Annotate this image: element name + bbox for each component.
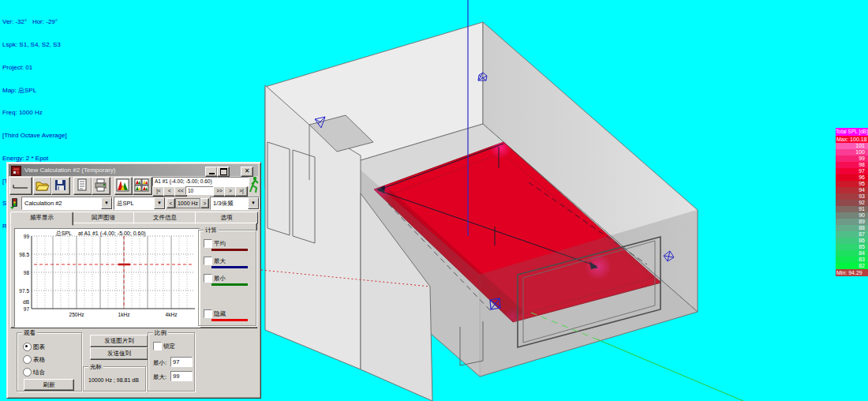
legend-row: 82 bbox=[836, 263, 868, 269]
view-group-label: 观看 bbox=[22, 329, 37, 337]
chart-title-probe: at A1 #1 (-4.00; -5.00; 0.60) bbox=[78, 230, 146, 237]
probe-last-button[interactable]: >| bbox=[235, 186, 248, 197]
legend-row: 85 bbox=[836, 244, 868, 250]
legend-row: 98 bbox=[836, 162, 868, 168]
calculation-select[interactable]: Calculation #2▼ bbox=[21, 197, 113, 210]
report-button[interactable] bbox=[73, 177, 92, 195]
send-values-button[interactable]: 发送值到 bbox=[90, 347, 148, 360]
maximum-checkbox[interactable] bbox=[204, 257, 212, 265]
info-line: [Third Octave Average] bbox=[2, 132, 67, 140]
save-button[interactable] bbox=[51, 177, 70, 195]
legend-row: 99 bbox=[836, 156, 868, 162]
mapping-button[interactable] bbox=[114, 177, 133, 195]
tab-frequency-display[interactable]: 频率显示 bbox=[10, 212, 73, 226]
info-line: Ver: -32° Hor: -29° bbox=[2, 18, 67, 26]
radio-combined-label: 结合 bbox=[33, 369, 45, 377]
legend-row: 95 bbox=[836, 181, 868, 187]
info-line: Map: 总SPL bbox=[2, 87, 67, 95]
legend-row: 88 bbox=[836, 225, 868, 231]
legend-row: 91 bbox=[836, 206, 868, 212]
probe-panel: A1 #1 (-4.00; -5.00; 0.60) |< < << 10 >>… bbox=[152, 177, 248, 195]
maximum-label: 最大 bbox=[214, 257, 226, 265]
average-checkbox[interactable] bbox=[204, 239, 212, 248]
svg-text:99: 99 bbox=[24, 234, 30, 239]
cursor-group: 光标 10000 Hz ; 98.81 dB bbox=[83, 366, 146, 392]
legend-row: 86 bbox=[836, 238, 868, 244]
minimum-color-bar bbox=[211, 283, 248, 286]
print-button[interactable] bbox=[92, 177, 110, 195]
legend-min: Min: 94.29 bbox=[836, 269, 868, 276]
legend-title: Total SPL [dB] bbox=[836, 128, 868, 136]
map-type-select[interactable]: 总SPL▼ bbox=[114, 197, 166, 210]
view-calculation-window[interactable]: View Calculation #2 (Temporary) ✕ A1 #1 … bbox=[6, 162, 261, 399]
probe-index-field[interactable]: 10 bbox=[185, 186, 214, 195]
send-picture-button[interactable]: 发送图片到 bbox=[90, 335, 148, 347]
legend-row: 90 bbox=[836, 212, 868, 219]
bandwidth-select[interactable]: 1/3倍频▼ bbox=[210, 197, 260, 210]
hide-color-bar bbox=[211, 319, 248, 321]
minimum-label: 最小 bbox=[214, 275, 226, 283]
title-bar[interactable]: View Calculation #2 (Temporary) ✕ bbox=[9, 164, 258, 176]
minimize-button[interactable] bbox=[205, 167, 218, 177]
calc-group: 计算 平均 最大 最小 隐藏 bbox=[198, 230, 256, 326]
legend-row: 94 bbox=[836, 187, 868, 193]
chevron-down-icon[interactable]: ▼ bbox=[154, 197, 165, 209]
lock-label: 锁定 bbox=[163, 343, 175, 350]
open-button[interactable] bbox=[33, 177, 52, 195]
svg-text:98: 98 bbox=[24, 270, 30, 275]
scale-max-field[interactable]: 99 bbox=[170, 371, 193, 381]
legend-row: 92 bbox=[836, 200, 868, 206]
legend-row: 93 bbox=[836, 193, 868, 200]
view-group: 观看 图表 表格 结合 刷新 bbox=[17, 332, 82, 392]
radio-table[interactable] bbox=[23, 355, 32, 364]
window-title: View Calculation #2 (Temporary) bbox=[24, 167, 115, 174]
hide-checkbox[interactable] bbox=[204, 309, 212, 318]
traffic-light-icon[interactable] bbox=[9, 197, 20, 211]
cursor-value: 10000 Hz ; 98.81 dB bbox=[88, 377, 139, 383]
spl-color-legend: Total SPL [dB] Max: 100.18 1011009998979… bbox=[836, 128, 868, 276]
freq-next-button[interactable]: > bbox=[200, 198, 209, 208]
info-line: Project: 01 bbox=[2, 64, 67, 72]
svg-text:4kHz: 4kHz bbox=[166, 312, 178, 317]
legend-scale: 1011009998979695949392919089888786858483… bbox=[836, 143, 868, 269]
scale-group-label: 比例 bbox=[153, 329, 168, 337]
legend-max: Max: 100.18 bbox=[836, 136, 868, 143]
average-color-bar bbox=[211, 249, 248, 251]
lock-checkbox[interactable] bbox=[153, 342, 162, 350]
average-label: 平均 bbox=[214, 240, 226, 248]
radio-table-label: 表格 bbox=[33, 356, 45, 364]
probe-position-field[interactable]: A1 #1 (-4.00; -5.00; 0.60) bbox=[152, 177, 249, 186]
scale-min-field[interactable]: 97 bbox=[170, 357, 193, 367]
frequency-field: 1000 Hz bbox=[175, 198, 200, 208]
svg-text:98.5: 98.5 bbox=[19, 252, 29, 257]
legend-row: 84 bbox=[836, 250, 868, 257]
legend-row: 87 bbox=[836, 231, 868, 238]
cursor-group-label: 光标 bbox=[88, 363, 103, 371]
legend-row: 97 bbox=[836, 168, 868, 174]
spl-chart[interactable]: 总SPL at A1 #1 (-4.00; -5.00; 0.60) bbox=[14, 228, 200, 328]
ease-mapping-screen: { "info_panel": { "lines": [ "Ver: -32° … bbox=[0, 0, 868, 401]
scale-min-label: 最小: bbox=[153, 359, 166, 367]
minimum-checkbox[interactable] bbox=[204, 274, 212, 283]
svg-text:250Hz: 250Hz bbox=[69, 312, 84, 317]
walker-icon[interactable] bbox=[249, 175, 260, 196]
info-line: Freq: 1000 Hz bbox=[2, 109, 67, 117]
radio-chart-label: 图表 bbox=[33, 343, 45, 351]
refresh-button[interactable]: 刷新 bbox=[24, 379, 74, 391]
radio-combined[interactable] bbox=[23, 368, 32, 377]
tool-button-line[interactable] bbox=[9, 177, 32, 195]
maximize-button[interactable] bbox=[217, 167, 230, 177]
chevron-down-icon[interactable]: ▼ bbox=[248, 197, 259, 209]
legend-row: 101 bbox=[836, 143, 868, 149]
radio-chart[interactable] bbox=[23, 343, 32, 351]
hide-label: 隐藏 bbox=[214, 310, 226, 318]
legend-row: 96 bbox=[836, 174, 868, 181]
app-icon bbox=[11, 166, 21, 176]
multi-mapping-button[interactable] bbox=[133, 177, 152, 195]
freq-prev-button[interactable]: < bbox=[166, 198, 175, 208]
svg-text:1kHz: 1kHz bbox=[118, 312, 130, 317]
chevron-down-icon[interactable]: ▼ bbox=[101, 197, 112, 209]
legend-row: 100 bbox=[836, 149, 868, 156]
maximum-color-bar bbox=[211, 266, 248, 268]
legend-row: 89 bbox=[836, 219, 868, 225]
